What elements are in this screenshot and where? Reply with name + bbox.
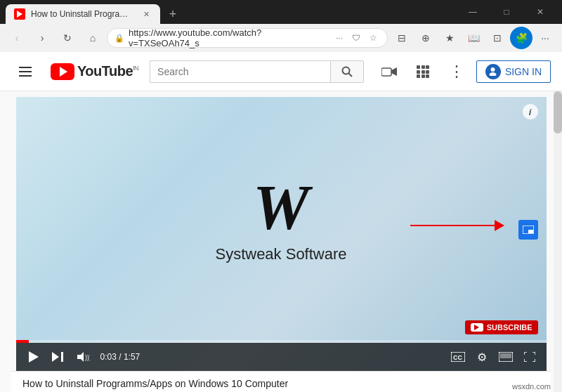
svg-marker-17: [52, 352, 59, 362]
tab-favicon: [14, 8, 25, 20]
video-title-bar: How to Uninstall Programms/Apps on Windo…: [11, 371, 551, 392]
tab-close-button[interactable]: ✕: [140, 8, 152, 20]
title-bar: How to Uninstall Programms/... ✕ + — □ ✕: [0, 0, 562, 24]
new-tab-button[interactable]: +: [163, 4, 183, 24]
search-button[interactable]: [330, 60, 364, 83]
favorite-icon[interactable]: ☆: [366, 31, 380, 45]
hamburger-icon: [19, 67, 32, 77]
fullscreen-button[interactable]: [518, 346, 541, 368]
nav-bar: ‹ › ↻ ⌂ 🔒 https://www.youtube.com/watch?…: [0, 24, 562, 52]
svg-marker-3: [391, 67, 397, 76]
collections-button[interactable]: ⊡: [486, 27, 509, 49]
shield-icon[interactable]: 🛡: [349, 31, 363, 45]
info-button[interactable]: i: [523, 104, 538, 119]
nav-right: ⊟ ⊕ ★ 📖 ⊡ 🧩 ···: [391, 27, 556, 49]
time-display: 0:03 / 1:57: [98, 352, 143, 362]
address-actions: ··· 🛡 ☆: [332, 31, 380, 45]
svg-rect-18: [61, 352, 63, 362]
youtube-logo-icon: [51, 63, 74, 80]
lock-icon: 🔒: [115, 34, 124, 43]
arrow-head: [495, 220, 504, 231]
svg-marker-19: [77, 352, 84, 362]
user-icon: [485, 64, 501, 79]
theater-icon: [499, 352, 513, 362]
svg-point-14: [490, 72, 497, 76]
sign-in-label: SIGN IN: [505, 66, 542, 77]
title-bar-controls: — □ ✕: [457, 0, 556, 24]
svg-rect-4: [417, 65, 420, 69]
svg-rect-24: [500, 353, 511, 358]
menu-button[interactable]: [11, 58, 39, 86]
video-player[interactable]: W Systweak Software i: [16, 97, 547, 371]
browser-chrome: How to Uninstall Programms/... ✕ + — □ ✕…: [0, 0, 562, 52]
apps-button[interactable]: [409, 58, 437, 86]
systweak-logo: W Systweak Software: [215, 176, 346, 263]
video-title: How to Uninstall Programms/Apps on Windo…: [22, 378, 288, 389]
video-container: W Systweak Software i: [16, 97, 547, 371]
browser-menu-button[interactable]: ···: [534, 27, 556, 49]
subscribe-watermark[interactable]: SUBSCRIBE: [465, 320, 538, 334]
svg-point-13: [491, 67, 495, 72]
search-container: [150, 60, 364, 83]
home-button[interactable]: ⌂: [81, 27, 104, 49]
active-tab[interactable]: How to Uninstall Programms/... ✕: [6, 4, 160, 24]
fullscreen-icon: [524, 352, 535, 362]
settings-button[interactable]: ⚙: [471, 346, 493, 368]
arrow-annotation: [410, 220, 504, 231]
extensions-button[interactable]: 🧩: [510, 27, 532, 49]
video-wrapper: W Systweak Software i: [0, 91, 562, 371]
arrow-line: [410, 225, 495, 226]
svg-rect-16: [528, 230, 533, 233]
cc-button[interactable]: CC: [447, 346, 469, 368]
sidebar-toggle[interactable]: ⊟: [391, 27, 413, 49]
volume-icon: )))): [77, 352, 90, 362]
apps-icon: [417, 65, 429, 78]
play-button[interactable]: [22, 346, 44, 368]
camera-icon: [381, 66, 397, 77]
controls-right: CC ⚙: [447, 346, 541, 368]
close-button[interactable]: ✕: [524, 0, 556, 24]
search-input[interactable]: [150, 60, 330, 83]
minimize-button[interactable]: —: [457, 0, 489, 24]
address-bar[interactable]: 🔒 https://www.youtube.com/watch?v=TXSeOA…: [107, 28, 388, 48]
svg-rect-5: [422, 65, 425, 69]
theater-button[interactable]: [495, 346, 517, 368]
header-actions: ⋮ SIGN IN: [375, 58, 551, 86]
site-watermark: wsxdn.com: [512, 382, 551, 391]
miniplayer-button[interactable]: [518, 220, 538, 240]
svg-rect-11: [422, 74, 425, 78]
camera-button[interactable]: [375, 58, 403, 86]
controls-bar: )))) 0:03 / 1:57: [16, 343, 547, 371]
zoom-button[interactable]: ⊕: [414, 27, 437, 49]
app-root: How to Uninstall Programms/... ✕ + — □ ✕…: [0, 0, 562, 392]
volume-button[interactable]: )))): [72, 346, 95, 368]
more-options-button[interactable]: ⋮: [443, 58, 471, 86]
video-content-area: W Systweak Software i: [0, 91, 562, 392]
url-text: https://www.youtube.com/watch?v=TXSeOAh7…: [129, 27, 328, 48]
svg-text:)))): )))): [85, 354, 90, 361]
miniplayer-icon: [523, 226, 534, 234]
company-name: Systweak Software: [215, 245, 346, 263]
cc-icon: CC: [451, 352, 465, 362]
subscribe-youtube-icon: [471, 323, 483, 332]
back-button[interactable]: ‹: [6, 27, 28, 49]
more-button[interactable]: ···: [332, 31, 346, 45]
svg-rect-7: [417, 70, 420, 74]
sign-in-button[interactable]: SIGN IN: [476, 60, 551, 83]
youtube-header: YouTubeIN: [0, 52, 562, 91]
reading-view-button[interactable]: 📖: [462, 27, 485, 49]
svg-rect-2: [381, 68, 391, 76]
next-button[interactable]: [47, 346, 70, 368]
favorites-button[interactable]: ★: [438, 27, 461, 49]
forward-button[interactable]: ›: [31, 27, 53, 49]
youtube-logo[interactable]: YouTubeIN: [51, 63, 138, 80]
scrollbar-thumb[interactable]: [554, 91, 562, 133]
scrollbar[interactable]: [554, 91, 562, 392]
svg-rect-10: [417, 74, 420, 78]
maximize-button[interactable]: □: [490, 0, 523, 24]
svg-rect-8: [422, 70, 425, 74]
svg-text:CC: CC: [453, 354, 462, 361]
subscribe-label: SUBSCRIBE: [487, 323, 532, 332]
refresh-button[interactable]: ↻: [56, 27, 79, 49]
youtube-page: YouTubeIN: [0, 52, 562, 392]
